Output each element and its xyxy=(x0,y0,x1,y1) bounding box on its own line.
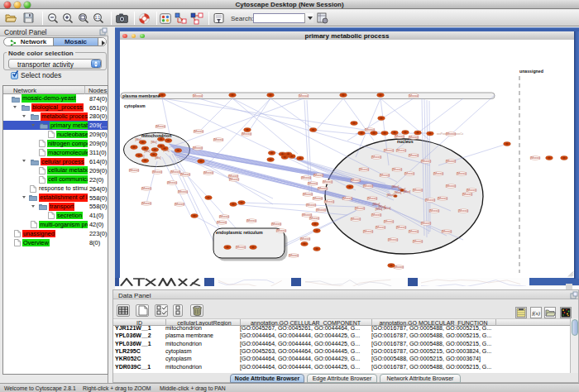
svg-text:endoplasmic reticulum: endoplasmic reticulum xyxy=(216,230,263,235)
svg-text:[Mxxxx]: [Mxxxx] xyxy=(306,203,316,207)
svg-text:[Mxxxx]: [Mxxxx] xyxy=(421,222,431,225)
svg-text:[Mxxxx]: [Mxxxx] xyxy=(396,149,406,152)
svg-text:[Mxx]: [Mxx] xyxy=(387,194,395,197)
svg-text:unassigned: unassigned xyxy=(519,69,543,74)
svg-text:[Mxx]: [Mxx] xyxy=(376,208,383,211)
svg-text:[Mxxxx]: [Mxxxx] xyxy=(316,208,326,212)
svg-text:[Mxx]: [Mxx] xyxy=(384,207,391,210)
svg-text:[Mxxxx]: [Mxxxx] xyxy=(530,156,540,160)
svg-text:[Mxxxx]: [Mxxxx] xyxy=(409,94,419,98)
svg-text:[Mxxxx]: [Mxxxx] xyxy=(371,155,381,159)
svg-text:[Mxxxx]: [Mxxxx] xyxy=(141,187,151,190)
svg-text:[Mxxxx]: [Mxxxx] xyxy=(409,154,419,157)
svg-text:[Mxxxx]: [Mxxxx] xyxy=(462,193,472,196)
svg-text:[Mxxxx]: [Mxxxx] xyxy=(276,229,286,232)
svg-text:[Mx]: [Mx] xyxy=(151,141,157,144)
svg-text:[Mxxxx]: [Mxxxx] xyxy=(308,182,318,185)
svg-text:[Mxxxx]: [Mxxxx] xyxy=(323,180,333,184)
svg-text:[Mxxxx]: [Mxxxx] xyxy=(457,172,467,175)
svg-text:[Mxxxx]: [Mxxxx] xyxy=(175,203,184,206)
svg-text:[Mxxxx]: [Mxxxx] xyxy=(446,132,456,136)
svg-text:[Mxxxx]: [Mxxxx] xyxy=(318,187,328,190)
svg-text:[Mxxxx]: [Mxxxx] xyxy=(438,197,447,200)
svg-text:[Mxxxx]: [Mxxxx] xyxy=(392,168,402,171)
svg-text:[Mxxxx]: [Mxxxx] xyxy=(458,209,468,213)
svg-text:[Mxxxx]: [Mxxxx] xyxy=(193,94,203,98)
svg-text:cytoplasm: cytoplasm xyxy=(124,103,146,108)
svg-text:[Mxxxx]: [Mxxxx] xyxy=(271,222,281,226)
svg-text:[Mxxxx]: [Mxxxx] xyxy=(309,217,319,220)
svg-text:[Mxxxx]: [Mxxxx] xyxy=(246,219,256,222)
svg-text:[Mxxxx]: [Mxxxx] xyxy=(300,237,310,241)
svg-text:[Mxxxx]: [Mxxxx] xyxy=(376,226,385,229)
svg-text:[Mxxxx]: [Mxxxx] xyxy=(409,230,419,233)
svg-text:[Mxxxx]: [Mxxxx] xyxy=(367,197,377,200)
svg-text:[Mxxxx]: [Mxxxx] xyxy=(342,197,352,200)
svg-text:[Mxxxx]: [Mxxxx] xyxy=(388,238,398,241)
svg-text:[Mxxxx]: [Mxxxx] xyxy=(351,218,361,221)
svg-text:[Mxxxx]: [Mxxxx] xyxy=(213,138,223,141)
svg-text:[Mxxxx]: [Mxxxx] xyxy=(395,135,404,138)
svg-text:[Mxxxx]: [Mxxxx] xyxy=(194,130,203,133)
svg-text:[Mxxxx]: [Mxxxx] xyxy=(421,160,431,163)
svg-text:[Mxxxx]: [Mxxxx] xyxy=(425,198,435,202)
svg-text:[Mxxxx]: [Mxxxx] xyxy=(384,220,394,223)
svg-text:[Mxxxx]: [Mxxxx] xyxy=(351,179,361,182)
svg-text:[Mxxxx]: [Mxxxx] xyxy=(396,226,406,229)
svg-text:[Mxxxx]: [Mxxxx] xyxy=(433,172,443,175)
svg-text:[Mxxxx]: [Mxxxx] xyxy=(404,172,414,175)
svg-text:1:1: 1:1 xyxy=(95,16,101,20)
svg-text:[Mxxxx]: [Mxxxx] xyxy=(236,246,246,249)
svg-text:[Mxxxx]: [Mxxxx] xyxy=(324,200,334,203)
svg-text:[Mxxxx]: [Mxxxx] xyxy=(394,265,404,269)
svg-text:[Mxxxx]: [Mxxxx] xyxy=(363,184,373,188)
svg-text:[Mxxxx]: [Mxxxx] xyxy=(359,168,369,171)
svg-text:[Mxxxx]: [Mxxxx] xyxy=(129,169,139,172)
svg-text:[Mxxxx]: [Mxxxx] xyxy=(156,125,165,128)
svg-text:[Mxxxx]: [Mxxxx] xyxy=(313,197,323,200)
svg-text:[Mxxxx]: [Mxxxx] xyxy=(178,190,188,194)
svg-text:[Mxxxx]: [Mxxxx] xyxy=(446,184,456,188)
svg-text:mitochondrion: mitochondrion xyxy=(141,133,171,138)
svg-text:[Mxxxx]: [Mxxxx] xyxy=(299,94,309,98)
svg-text:[Mxxxx]: [Mxxxx] xyxy=(429,209,439,213)
svg-text:[Mxxxx]: [Mxxxx] xyxy=(217,221,227,224)
svg-text:f(x): f(x) xyxy=(532,310,540,317)
svg-text:[Mxxxx]: [Mxxxx] xyxy=(219,215,229,218)
svg-text:[Mxxxx]: [Mxxxx] xyxy=(467,189,476,192)
svg-text:[Mxxxx]: [Mxxxx] xyxy=(442,230,452,233)
svg-text:[Mxxxx]: [Mxxxx] xyxy=(446,160,456,163)
svg-text:[Mxxxx]: [Mxxxx] xyxy=(380,174,390,177)
svg-text:plasma membrane: plasma membrane xyxy=(122,93,160,98)
svg-text:[Mxx]: [Mxx] xyxy=(404,190,411,194)
svg-text:[Mxxxx]: [Mxxxx] xyxy=(141,202,151,205)
svg-text:[Mxxxx]: [Mxxxx] xyxy=(180,173,190,176)
svg-text:[Mxxxx]: [Mxxxx] xyxy=(193,146,203,150)
svg-text:[Mxxxx]: [Mxxxx] xyxy=(167,181,177,184)
svg-text:[Mxxxx]: [Mxxxx] xyxy=(203,171,213,174)
svg-text:[Mxxxx]: [Mxxxx] xyxy=(242,132,251,136)
svg-text:nucleus: nucleus xyxy=(397,139,414,144)
svg-text:[Mxxxx]: [Mxxxx] xyxy=(413,240,423,243)
svg-text:[Mxxxx]: [Mxxxx] xyxy=(413,189,423,192)
svg-text:[Mxxxx]: [Mxxxx] xyxy=(371,213,381,217)
svg-text:[Mxxxx]: [Mxxxx] xyxy=(303,193,313,196)
svg-text:[Mxxxx]: [Mxxxx] xyxy=(301,176,311,179)
svg-text:[Mxxxx]: [Mxxxx] xyxy=(170,170,180,174)
svg-text:[Mxxxx]: [Mxxxx] xyxy=(229,178,239,181)
svg-text:[Mxx]: [Mxx] xyxy=(395,191,402,194)
svg-text:[Mxxxx]: [Mxxxx] xyxy=(313,174,323,177)
svg-text:[Mxxxx]: [Mxxxx] xyxy=(355,207,365,210)
svg-text:[Mxxxx]: [Mxxxx] xyxy=(289,254,299,257)
svg-text:[Mxxxx]: [Mxxxx] xyxy=(363,230,373,233)
svg-text:[Mxxxx]: [Mxxxx] xyxy=(384,149,394,152)
svg-text:[Mx]: [Mx] xyxy=(156,156,161,160)
svg-text:[Mxxxx]: [Mxxxx] xyxy=(152,170,162,174)
